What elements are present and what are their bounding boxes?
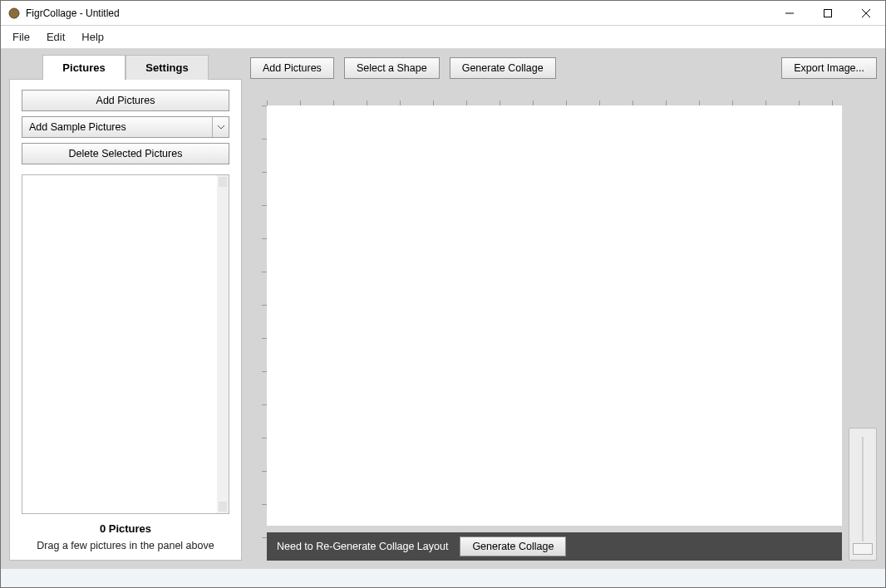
picture-panel-footer: 0 Pictures Drag a few pictures in the pa…	[22, 514, 229, 551]
picture-list[interactable]	[22, 174, 229, 514]
tab-settings[interactable]: Settings	[126, 55, 209, 80]
sidebar-tabs: Pictures Settings	[42, 54, 242, 79]
zoom-slider-thumb[interactable]	[853, 543, 873, 555]
zoom-slider[interactable]	[849, 428, 877, 561]
menubar: File Edit Help	[1, 26, 885, 49]
app-icon	[7, 7, 21, 20]
status-bar: Need to Re-Generate Collage Layout Gener…	[267, 532, 842, 561]
picture-list-scrollbar[interactable]	[217, 175, 229, 513]
chevron-down-icon	[212, 117, 229, 137]
pictures-panel: Add Pictures Add Sample Pictures Delete …	[9, 79, 242, 561]
client-area: Pictures Settings Add Pictures Add Sampl…	[1, 49, 885, 587]
add-pictures-button[interactable]: Add Pictures	[22, 90, 229, 111]
left-panel: Pictures Settings Add Pictures Add Sampl…	[1, 49, 250, 569]
window-controls	[770, 1, 885, 25]
titlebar: FigrCollage - Untitled	[1, 1, 885, 26]
minimize-button[interactable]	[770, 1, 809, 25]
collage-canvas[interactable]	[267, 105, 842, 526]
footer-strip	[1, 569, 885, 587]
picture-hint-label: Drag a few pictures in the panel above	[22, 540, 229, 551]
zoom-slider-track	[862, 437, 864, 541]
scroll-down-icon	[219, 502, 227, 512]
ruler-corner	[250, 89, 267, 105]
toolbar-select-shape-button[interactable]: Select a Shape	[344, 57, 440, 79]
toolbar-export-image-button[interactable]: Export Image...	[781, 57, 877, 79]
status-message: Need to Re-Generate Collage Layout	[277, 541, 448, 552]
main-area: Add Pictures Select a Shape Generate Col…	[250, 49, 885, 569]
window-title: FigrCollage - Untitled	[26, 7, 770, 19]
tab-pictures[interactable]: Pictures	[42, 55, 126, 80]
ruler-horizontal	[267, 89, 842, 105]
close-button[interactable]	[847, 1, 885, 25]
delete-selected-pictures-button[interactable]: Delete Selected Pictures	[22, 143, 229, 164]
menu-edit[interactable]: Edit	[38, 27, 73, 47]
picture-count-label: 0 Pictures	[22, 522, 229, 535]
main-toolbar: Add Pictures Select a Shape Generate Col…	[250, 54, 877, 82]
menu-file[interactable]: File	[4, 27, 38, 47]
add-sample-pictures-select[interactable]: Add Sample Pictures	[22, 116, 229, 138]
ruler-vertical	[250, 105, 267, 526]
svg-point-0	[9, 8, 19, 18]
toolbar-add-pictures-button[interactable]: Add Pictures	[250, 57, 334, 79]
toolbar-generate-collage-button[interactable]: Generate Collage	[450, 57, 556, 79]
canvas-area: Need to Re-Generate Collage Layout Gener…	[250, 89, 877, 561]
svg-rect-2	[824, 9, 832, 17]
status-generate-collage-button[interactable]: Generate Collage	[460, 537, 566, 556]
scroll-up-icon	[219, 177, 227, 187]
add-sample-pictures-label: Add Sample Pictures	[29, 121, 126, 133]
app-window: FigrCollage - Untitled File Edit Help Pi…	[0, 0, 886, 588]
menu-help[interactable]: Help	[73, 27, 112, 47]
maximize-button[interactable]	[809, 1, 847, 25]
